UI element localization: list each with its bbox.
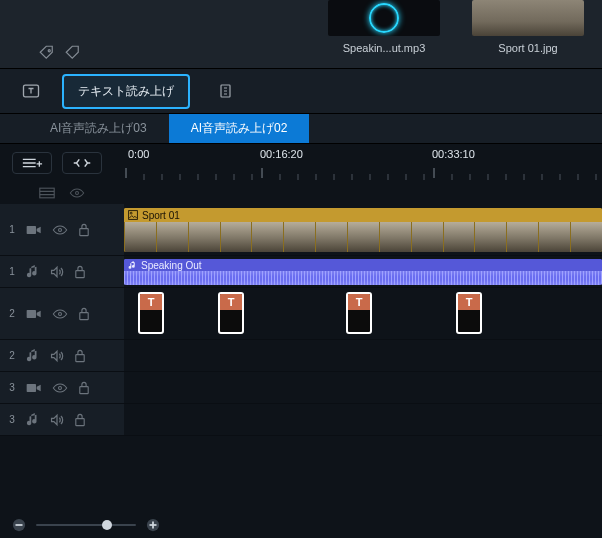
waveform: [124, 271, 602, 285]
text-clip-glyph: T: [458, 294, 480, 310]
svg-rect-51: [152, 522, 154, 529]
snap-toggle-button[interactable]: [62, 152, 102, 174]
zoom-out-button[interactable]: [12, 518, 26, 532]
track-number: 1: [8, 266, 16, 277]
track-head: 2: [0, 288, 124, 340]
video-icon[interactable]: [26, 224, 42, 236]
speaker-icon[interactable]: [50, 349, 64, 363]
text-tool-icon[interactable]: [16, 76, 46, 106]
ruler-label: 00:33:10: [432, 148, 475, 160]
text-clip[interactable]: T: [138, 292, 164, 334]
image-icon: [128, 210, 138, 220]
svg-rect-48: [16, 524, 23, 526]
timeline-header-tools: [0, 144, 124, 182]
clip-thumbnails: [124, 222, 602, 252]
svg-rect-45: [80, 386, 88, 393]
svg-rect-35: [80, 228, 88, 235]
tool-row: テキスト読み上げ: [0, 68, 602, 114]
media-thumbnail: [472, 0, 584, 36]
ruler-label: 0:00: [128, 148, 149, 160]
track-row: 1 Sport 01: [0, 204, 602, 256]
svg-rect-38: [76, 270, 84, 277]
tab-strip: AI音声読み上げ03 AI音声読み上げ02: [0, 114, 602, 144]
text-clip[interactable]: T: [218, 292, 244, 334]
svg-rect-33: [27, 226, 36, 234]
marker-add-button[interactable]: [12, 152, 52, 174]
text-clip[interactable]: T: [456, 292, 482, 334]
zoom-in-button[interactable]: [146, 518, 160, 532]
track-lane[interactable]: [124, 372, 602, 404]
filmstrip-icon[interactable]: [39, 187, 55, 199]
track-lane[interactable]: T T T T: [124, 288, 602, 340]
text-clip-glyph: T: [348, 294, 370, 310]
track-row: 1 Speaking Out: [0, 256, 602, 288]
track-head: 2: [0, 340, 124, 372]
clip-title: Speaking Out: [141, 260, 202, 271]
tag-icons: [38, 44, 82, 62]
text-clip[interactable]: T: [346, 292, 372, 334]
track-head: 3: [0, 372, 124, 404]
track-head: 1: [0, 256, 124, 288]
speaker-icon[interactable]: [50, 265, 64, 279]
eye-icon[interactable]: [52, 224, 68, 236]
ruler-ticks: [124, 168, 602, 182]
timeline-header: 0:00 00:16:20 00:33:10: [0, 144, 602, 182]
track-row: 3: [0, 372, 602, 404]
track-number: 3: [8, 414, 16, 425]
track-number: 1: [8, 224, 16, 235]
zoom-slider-knob[interactable]: [102, 520, 112, 530]
ruler-label: 00:16:20: [260, 148, 303, 160]
svg-rect-46: [76, 418, 84, 425]
video-icon[interactable]: [26, 308, 42, 320]
track-lane[interactable]: Sport 01: [124, 204, 602, 256]
svg-point-37: [130, 212, 132, 214]
video-clip[interactable]: Sport 01: [124, 208, 602, 252]
svg-point-32: [76, 192, 79, 195]
eye-icon[interactable]: [52, 382, 68, 394]
media-item-audio[interactable]: Speakin...ut.mp3: [328, 0, 440, 54]
track-row: 2 T T T T: [0, 288, 602, 340]
lock-icon[interactable]: [78, 223, 90, 237]
time-ruler[interactable]: 0:00 00:16:20 00:33:10: [124, 144, 602, 182]
music-icon[interactable]: [26, 413, 40, 427]
tab-ai-voice-02[interactable]: AI音声読み上げ02: [169, 114, 310, 143]
svg-rect-39: [27, 310, 36, 318]
video-icon[interactable]: [26, 382, 42, 394]
music-icon: [128, 261, 137, 270]
lock-icon[interactable]: [74, 349, 86, 363]
svg-rect-43: [27, 384, 36, 392]
svg-rect-31: [40, 188, 54, 198]
tag-icon[interactable]: [38, 44, 56, 62]
lock-icon[interactable]: [78, 307, 90, 321]
audio-clip[interactable]: Speaking Out: [124, 259, 602, 285]
lock-icon[interactable]: [74, 265, 86, 279]
track-lane[interactable]: Speaking Out: [124, 256, 602, 288]
caption-tool-icon[interactable]: [212, 76, 242, 106]
track-row: 2: [0, 340, 602, 372]
track-head: 3: [0, 404, 124, 436]
svg-point-34: [59, 228, 62, 231]
lock-icon[interactable]: [78, 381, 90, 395]
track-lane[interactable]: [124, 340, 602, 372]
speaker-icon[interactable]: [50, 413, 64, 427]
master-row: [0, 182, 602, 204]
track-number: 2: [8, 350, 16, 361]
track-lane[interactable]: [124, 404, 602, 436]
tab-ai-voice-03[interactable]: AI音声読み上げ03: [28, 114, 169, 143]
zoom-bar: [0, 512, 602, 538]
track-head: 1: [0, 204, 124, 256]
text-to-speech-button[interactable]: テキスト読み上げ: [62, 74, 190, 109]
zoom-slider[interactable]: [36, 524, 136, 526]
tag-outline-icon[interactable]: [64, 44, 82, 62]
eye-icon[interactable]: [69, 187, 85, 199]
eye-icon[interactable]: [52, 308, 68, 320]
text-clip-glyph: T: [220, 294, 242, 310]
lock-icon[interactable]: [74, 413, 86, 427]
svg-rect-36: [129, 211, 138, 220]
media-thumbnail: [328, 0, 440, 36]
media-item-image[interactable]: Sport 01.jpg: [472, 0, 584, 54]
music-icon[interactable]: [26, 349, 40, 363]
music-icon[interactable]: [26, 265, 40, 279]
tracks-area: 1 Sport 01 1: [0, 204, 602, 512]
track-row: 3: [0, 404, 602, 436]
